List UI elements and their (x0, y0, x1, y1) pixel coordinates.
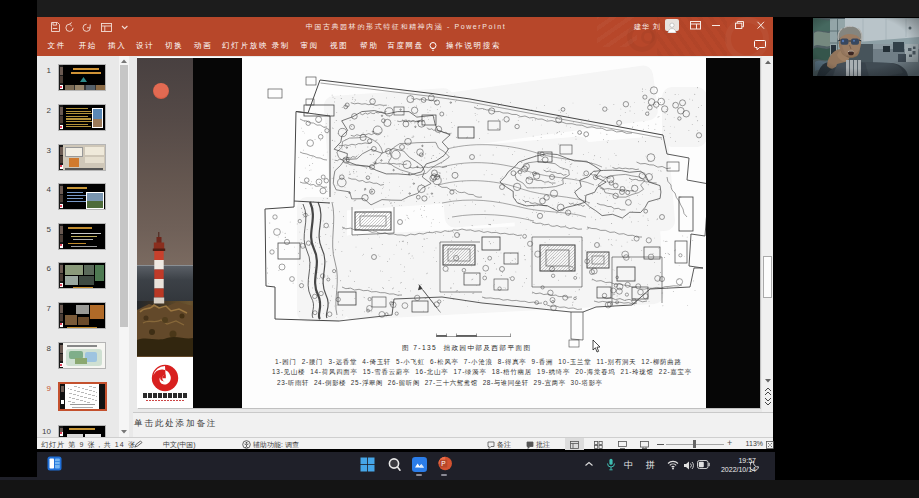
svg-text:P: P (441, 460, 445, 467)
